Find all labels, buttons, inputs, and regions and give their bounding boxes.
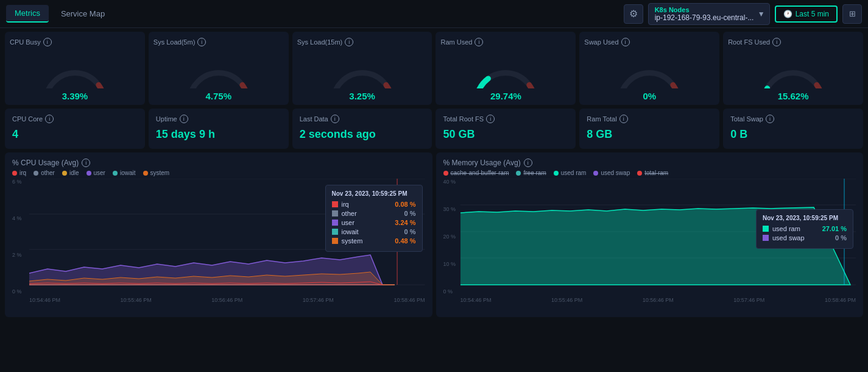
stat-info-icon[interactable]: i bbox=[331, 115, 339, 123]
x-label: 10:58:46 PM bbox=[825, 297, 856, 303]
x-label: 10:56:46 PM bbox=[643, 297, 674, 303]
gauge-value: 3.39% bbox=[62, 91, 88, 101]
stat-title: CPU Core i bbox=[12, 115, 138, 123]
gauge-card: Sys Load(15m) i 3.25% bbox=[292, 32, 432, 105]
gauge-card: CPU Busy i 3.39% bbox=[5, 32, 145, 105]
gauge-value: 0% bbox=[643, 91, 656, 101]
gauge-title: Sys Load(5m) i bbox=[153, 38, 284, 46]
tooltip-value: 3.24 % bbox=[395, 219, 415, 226]
mem-chart-info-icon[interactable]: i bbox=[524, 159, 532, 167]
tab-service-map[interactable]: Service Map bbox=[52, 5, 113, 22]
x-label: 10:56:46 PM bbox=[211, 297, 242, 303]
stat-info-icon[interactable]: i bbox=[180, 115, 188, 123]
legend-item: system bbox=[143, 170, 170, 176]
gauge-card: Sys Load(5m) i 4.75% bbox=[149, 32, 289, 105]
gauge-title: Ram Used i bbox=[440, 38, 571, 46]
stat-value: 4 bbox=[12, 128, 18, 141]
y-label: 10 % bbox=[443, 261, 460, 267]
legend-dot bbox=[113, 171, 118, 176]
tooltip-label: used swap bbox=[772, 234, 831, 241]
time-label: Last 5 min bbox=[796, 10, 829, 18]
x-label: 10:54:46 PM bbox=[29, 297, 60, 303]
legend-item: free ram bbox=[516, 170, 546, 176]
tooltip-label: iowait bbox=[342, 228, 401, 235]
x-label: 10:54:46 PM bbox=[460, 297, 492, 303]
mem-x-labels: 10:54:46 PM10:55:46 PM10:56:46 PM10:57:4… bbox=[443, 297, 856, 303]
y-label: 2 % bbox=[12, 252, 29, 258]
legend-item: user bbox=[86, 170, 105, 176]
stat-info-icon[interactable]: i bbox=[766, 115, 774, 123]
tooltip-value: 0 % bbox=[835, 234, 847, 241]
tooltip-row: system 0.48 % bbox=[332, 237, 416, 245]
tooltip-swatch bbox=[332, 229, 338, 235]
settings-button[interactable]: ⚙ bbox=[624, 4, 643, 24]
gauge-title: Sys Load(15m) i bbox=[297, 38, 428, 46]
grid-layout-button[interactable]: ⊞ bbox=[842, 4, 862, 24]
node-selector-wrap: K8s Nodes ip-192-168-79-93.eu-central-..… bbox=[648, 3, 770, 25]
gear-icon: ⚙ bbox=[629, 8, 638, 20]
stat-row: CPU Core i 4 Uptime i 15 days 9 h Last D… bbox=[0, 109, 868, 152]
stat-title: Total Swap i bbox=[730, 115, 856, 123]
grid-icon: ⊞ bbox=[849, 9, 856, 18]
legend-dot bbox=[593, 171, 598, 176]
gauge-info-icon[interactable]: i bbox=[772, 38, 781, 46]
node-selector[interactable]: K8s Nodes ip-192-168-79-93.eu-central-..… bbox=[648, 3, 770, 25]
gauge-info-icon[interactable]: i bbox=[345, 38, 353, 46]
gauge-visual bbox=[613, 49, 686, 88]
tooltip-value: 27.01 % bbox=[822, 225, 847, 232]
charts-row: % CPU Usage (Avg) i irqotheridleuseriowa… bbox=[0, 152, 868, 321]
stat-info-icon[interactable]: i bbox=[45, 115, 54, 123]
gauge-info-icon[interactable]: i bbox=[197, 38, 206, 46]
tooltip-label: system bbox=[342, 237, 392, 245]
legend-item: used swap bbox=[593, 170, 630, 176]
tooltip-value: 0 % bbox=[404, 210, 416, 217]
legend-dot bbox=[34, 171, 38, 176]
stat-card: Ram Total i 8 GB bbox=[579, 109, 719, 149]
legend-item: irq bbox=[12, 170, 26, 176]
gauge-info-icon[interactable]: i bbox=[621, 38, 630, 46]
stat-card: Last Data i 2 seconds ago bbox=[292, 109, 432, 149]
tooltip-row: user 3.24 % bbox=[332, 219, 416, 226]
stat-card: Total Swap i 0 B bbox=[723, 109, 863, 149]
gauge-value: 15.62% bbox=[778, 91, 809, 101]
y-label: 4 % bbox=[12, 215, 29, 221]
tooltip-swatch bbox=[332, 238, 338, 244]
tooltip-label: user bbox=[342, 219, 392, 226]
tooltip-row: used swap 0 % bbox=[763, 234, 847, 241]
stat-value: 15 days 9 h bbox=[156, 128, 215, 141]
gauge-value: 29.74% bbox=[490, 91, 521, 101]
cpu-chart-card: % CPU Usage (Avg) i irqotheridleuseriowa… bbox=[5, 152, 432, 317]
x-label: 10:55:46 PM bbox=[121, 297, 152, 303]
gauge-title: Swap Used i bbox=[584, 38, 715, 46]
tooltip-swatch bbox=[763, 226, 769, 232]
tab-metrics[interactable]: Metrics bbox=[6, 5, 49, 23]
stat-info-icon[interactable]: i bbox=[619, 115, 628, 123]
legend-item: used ram bbox=[554, 170, 587, 176]
gauge-info-icon[interactable]: i bbox=[475, 38, 483, 46]
y-label: 6 % bbox=[12, 179, 29, 185]
gauge-visual bbox=[38, 49, 111, 88]
header-controls: ⚙ K8s Nodes ip-192-168-79-93.eu-central-… bbox=[624, 3, 862, 25]
cpu-y-labels: 6 %4 %2 %0 % bbox=[12, 179, 29, 295]
stat-info-icon[interactable]: i bbox=[486, 115, 495, 123]
node-value: ip-192-168-79-93.eu-central-... bbox=[655, 13, 763, 22]
gauge-info-icon[interactable]: i bbox=[43, 38, 52, 46]
stat-card: CPU Core i 4 bbox=[5, 109, 145, 149]
gauge-value: 4.75% bbox=[205, 91, 231, 101]
y-label: 40 % bbox=[443, 179, 460, 185]
gauge-card: Root FS Used i 15.62% bbox=[723, 32, 863, 105]
y-label: 0 % bbox=[443, 288, 460, 295]
gauge-visual bbox=[757, 49, 830, 88]
x-label: 10:58:46 PM bbox=[393, 297, 425, 303]
cpu-chart-info-icon[interactable]: i bbox=[82, 159, 90, 167]
y-label: 30 % bbox=[443, 206, 460, 212]
stat-title: Uptime i bbox=[156, 115, 281, 123]
legend-dot bbox=[12, 171, 17, 176]
stat-title: Total Root FS i bbox=[443, 115, 568, 123]
legend-dot bbox=[62, 171, 67, 176]
time-range-button[interactable]: 🕐 Last 5 min bbox=[775, 5, 838, 23]
y-label: 0 % bbox=[12, 288, 29, 295]
legend-item: other bbox=[34, 170, 55, 176]
mem-chart-title: % Memory Usage (Avg) i bbox=[443, 159, 856, 167]
tooltip-swatch bbox=[332, 201, 338, 207]
